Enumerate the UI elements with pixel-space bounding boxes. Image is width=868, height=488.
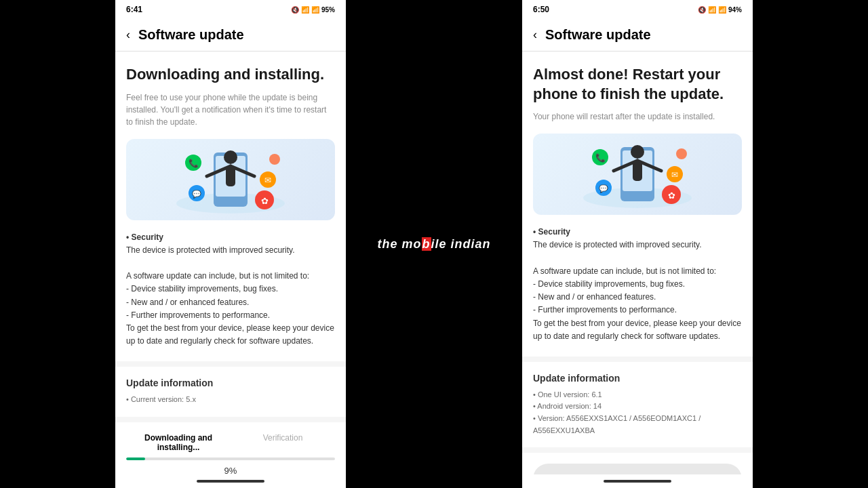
mute-icon-right: 🔇 <box>698 6 706 14</box>
downloading-label: Downloading and installing... <box>126 433 231 452</box>
info-text-right: A software update can include, but is no… <box>533 265 742 343</box>
svg-text:💬: 💬 <box>599 184 608 193</box>
subtitle-right: Your phone will restart after the update… <box>533 110 742 123</box>
update-info-right: Update information • One UI version: 6.1… <box>522 362 753 447</box>
update-info-left: Update information • Current version: 5.… <box>115 367 346 417</box>
security-header-left: • Security <box>126 231 335 244</box>
signal-icon-right: 📶 <box>718 6 726 14</box>
header-title-right: Software update <box>545 27 651 43</box>
illustration-right: 📞 ✉ 💬 ✿ <box>533 134 742 215</box>
illustration-left: 📞 ✉ 💬 ✿ <box>126 139 335 220</box>
wm-o2-highlight: b <box>422 237 431 251</box>
phone-content-left: ‹ Software update Downloading and instal… <box>115 19 346 488</box>
buttons-section-right: Schedule restart Restart now <box>522 453 753 474</box>
update-info-lines-right: • One UI version: 6.1 • Android version:… <box>533 389 742 436</box>
security-info-left: • Security The device is protected with … <box>126 231 335 348</box>
security-text-right: The device is protected with improved se… <box>533 239 742 251</box>
status-bar-right: 6:50 🔇 📶 📶 94% <box>522 0 753 19</box>
svg-text:✿: ✿ <box>668 190 675 201</box>
status-icons-right: 🔇 📶 📶 94% <box>698 6 742 14</box>
wm-ile: ile <box>431 237 451 251</box>
signal-icon-left: 📶 <box>311 6 319 14</box>
progress-percent: 9% <box>126 466 335 474</box>
security-info-right: • Security The device is protected with … <box>533 226 742 343</box>
header-right: ‹ Software update <box>522 19 753 52</box>
progress-bar <box>126 458 335 460</box>
bottom-bar-right <box>522 474 753 488</box>
header-title-left: Software update <box>138 27 244 43</box>
time-left: 6:41 <box>126 5 142 14</box>
phone-content-right: ‹ Software update Almost done! Restart y… <box>522 19 753 488</box>
svg-point-19 <box>631 145 644 159</box>
progress-section-left: Downloading and installing... Verificati… <box>115 422 346 474</box>
main-content-right: Almost done! Restart your phone to finis… <box>522 52 753 474</box>
svg-point-3 <box>224 150 237 164</box>
wifi-icon-right: 📶 <box>708 6 716 14</box>
update-info-text-left: • Current version: 5.x <box>126 394 335 406</box>
svg-text:💬: 💬 <box>192 189 201 199</box>
main-title-left: Downloading and installing. <box>126 65 335 85</box>
main-title-right: Almost done! Restart your phone to finis… <box>533 65 742 104</box>
update-info-title-right: Update information <box>533 373 742 384</box>
svg-point-15 <box>269 154 280 165</box>
svg-rect-6 <box>226 166 235 186</box>
security-header-right: • Security <box>533 226 742 239</box>
status-icons-left: 🔇 📶 📶 95% <box>291 6 335 14</box>
wm-o1: o <box>414 237 422 251</box>
header-left: ‹ Software update <box>115 19 346 52</box>
phone-right: 6:50 🔇 📶 📶 94% ‹ Software update Almost … <box>522 0 753 488</box>
subtitle-left: Feel free to use your phone while the up… <box>126 92 335 128</box>
svg-point-31 <box>676 148 687 159</box>
battery-right: 94% <box>728 6 742 14</box>
progress-labels: Downloading and installing... Verificati… <box>126 433 335 452</box>
main-section-left: Downloading and installing. Feel free to… <box>115 52 346 361</box>
svg-text:✉: ✉ <box>264 176 271 185</box>
middle-section: the mobile indian <box>346 0 522 488</box>
wm-the: the <box>377 237 401 251</box>
back-button-left[interactable]: ‹ <box>126 28 130 42</box>
schedule-restart-button[interactable]: Schedule restart <box>533 464 742 474</box>
svg-text:✉: ✉ <box>671 170 678 180</box>
main-section-right: Almost done! Restart your phone to finis… <box>522 52 753 357</box>
phone-left: 6:41 🔇 📶 📶 95% ‹ Software update Downloa… <box>115 0 346 488</box>
svg-text:📞: 📞 <box>189 158 199 168</box>
wm-indian: indian <box>451 237 491 251</box>
mute-icon-left: 🔇 <box>291 6 299 14</box>
status-bar-left: 6:41 🔇 📶 📶 95% <box>115 0 346 19</box>
watermark-text: the mobile indian <box>377 237 490 251</box>
svg-text:📞: 📞 <box>595 152 606 163</box>
black-bar-left <box>0 0 115 488</box>
verification-label: Verification <box>231 433 335 452</box>
info-text-left: A software update can include, but is no… <box>126 270 335 348</box>
svg-rect-22 <box>633 161 642 181</box>
battery-left: 95% <box>321 6 335 14</box>
main-content-left: Downloading and installing. Feel free to… <box>115 52 346 474</box>
security-text-left: The device is protected with improved se… <box>126 244 335 257</box>
time-right: 6:50 <box>533 5 549 14</box>
progress-fill <box>126 458 145 460</box>
bottom-bar-left <box>115 474 346 488</box>
wifi-icon-left: 📶 <box>301 6 309 14</box>
back-button-right[interactable]: ‹ <box>533 28 537 42</box>
home-indicator-right <box>604 480 671 483</box>
black-bar-right <box>753 0 868 488</box>
wm-m: m <box>401 237 413 251</box>
svg-text:✿: ✿ <box>261 196 269 206</box>
home-indicator-left <box>197 480 264 483</box>
update-info-title-left: Update information <box>126 378 335 388</box>
watermark: the mobile indian <box>377 237 490 251</box>
